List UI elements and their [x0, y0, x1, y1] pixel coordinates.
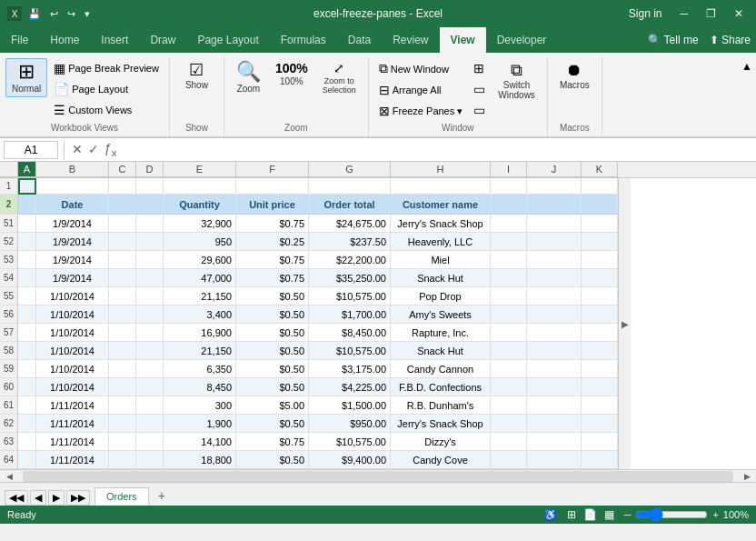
tab-view[interactable]: View	[440, 27, 486, 53]
h-scrollbar-track[interactable]	[23, 471, 733, 482]
tab-home[interactable]: Home	[39, 27, 90, 53]
cell-c56[interactable]	[109, 306, 136, 324]
col-header-k[interactable]: K	[582, 162, 618, 177]
cell-j52[interactable]	[527, 233, 582, 251]
cell-k61[interactable]	[582, 396, 618, 415]
cell-h53[interactable]: Miel	[391, 251, 491, 269]
tab-data[interactable]: Data	[337, 27, 382, 53]
cell-b54[interactable]: 1/9/2014	[36, 269, 109, 287]
tab-draw[interactable]: Draw	[139, 27, 186, 53]
cell-i51[interactable]	[491, 215, 527, 233]
cell-k64[interactable]	[582, 451, 618, 469]
cell-d54[interactable]	[136, 269, 164, 287]
formula-input[interactable]	[123, 144, 752, 156]
cell-k57[interactable]	[582, 324, 618, 342]
cell-e54[interactable]: 47,000	[164, 269, 236, 287]
cell-e62[interactable]: 1,900	[164, 415, 236, 433]
cell-e59[interactable]: 6,350	[164, 360, 236, 378]
zoom-to-selection-btn[interactable]: ⤢ Zoom toSelection	[316, 58, 363, 98]
cell-d59[interactable]	[136, 360, 164, 378]
tab-page-layout[interactable]: Page Layout	[186, 27, 269, 53]
cell-j2[interactable]	[527, 195, 582, 215]
cell-j62[interactable]	[527, 415, 582, 433]
cell-k2[interactable]	[582, 195, 618, 215]
zoom-slider[interactable]	[635, 507, 708, 522]
page-break-preview-btn[interactable]: ▦ Page Break Preview	[49, 58, 164, 78]
confirm-formula-btn[interactable]: ✓	[86, 141, 101, 158]
cell-j58[interactable]	[527, 342, 582, 360]
tell-me-btn[interactable]: 🔍 Tell me	[642, 27, 704, 53]
cell-h62[interactable]: Jerry's Snack Shop	[391, 415, 491, 433]
cell-b56[interactable]: 1/10/2014	[36, 306, 109, 324]
undo-btn[interactable]: ↩	[47, 6, 61, 22]
cell-h55[interactable]: Pop Drop	[391, 287, 491, 306]
cell-h59[interactable]: Candy Cannon	[391, 360, 491, 378]
cell-d62[interactable]	[136, 415, 164, 433]
cell-g64[interactable]: $9,400.00	[309, 451, 391, 469]
cell-e2[interactable]: Quantity	[164, 195, 236, 215]
minimize-btn[interactable]: ─	[674, 5, 693, 22]
first-sheet-btn[interactable]: ◀◀	[5, 490, 28, 506]
restore-btn[interactable]: ❐	[701, 5, 721, 22]
cell-g52[interactable]: $237.50	[309, 233, 391, 251]
cell-b61[interactable]: 1/11/2014	[36, 396, 109, 415]
cell-i55[interactable]	[491, 287, 527, 306]
cell-i58[interactable]	[491, 342, 527, 360]
cell-b52[interactable]: 1/9/2014	[36, 233, 109, 251]
cell-j61[interactable]	[527, 396, 582, 415]
cell-f64[interactable]: $0.50	[236, 451, 309, 469]
prev-sheet-btn[interactable]: ◀	[30, 490, 46, 506]
tab-formulas[interactable]: Formulas	[270, 27, 337, 53]
cell-g53[interactable]: $22,200.00	[309, 251, 391, 269]
cell-b51[interactable]: 1/9/2014	[36, 215, 109, 233]
cell-b55[interactable]: 1/10/2014	[36, 287, 109, 306]
cell-k58[interactable]	[582, 342, 618, 360]
normal-view-btn[interactable]: ⊞ Normal	[5, 58, 47, 97]
cell-i52[interactable]	[491, 233, 527, 251]
cell-j63[interactable]	[527, 433, 582, 451]
cell-h63[interactable]: Dizzy's	[391, 433, 491, 451]
cell-i60[interactable]	[491, 378, 527, 396]
col-header-d[interactable]: D	[136, 162, 164, 177]
cell-j60[interactable]	[527, 378, 582, 396]
horizontal-scroll-bar[interactable]: ◀ ▶	[0, 469, 756, 482]
cell-a63[interactable]	[18, 433, 36, 451]
cell-i61[interactable]	[491, 396, 527, 415]
zoom-btn[interactable]: 🔍 Zoom	[230, 58, 267, 97]
tab-insert[interactable]: Insert	[90, 27, 139, 53]
cell-i59[interactable]	[491, 360, 527, 378]
cell-g56[interactable]: $1,700.00	[309, 306, 391, 324]
cell-g51[interactable]: $24,675.00	[309, 215, 391, 233]
cell-h51[interactable]: Jerry's Snack Shop	[391, 215, 491, 233]
cell-b53[interactable]: 1/9/2014	[36, 251, 109, 269]
cell-d2[interactable]	[136, 195, 164, 215]
cell-e57[interactable]: 16,900	[164, 324, 236, 342]
cell-k56[interactable]	[582, 306, 618, 324]
cell-j59[interactable]	[527, 360, 582, 378]
cell-i1[interactable]	[491, 178, 527, 195]
cell-i63[interactable]	[491, 433, 527, 451]
cell-c58[interactable]	[109, 342, 136, 360]
cell-g62[interactable]: $950.00	[309, 415, 391, 433]
cell-h60[interactable]: F.B.D. Confections	[391, 378, 491, 396]
cell-i54[interactable]	[491, 269, 527, 287]
cell-e58[interactable]: 21,150	[164, 342, 236, 360]
col-header-h[interactable]: H	[391, 162, 491, 177]
cell-h58[interactable]: Snack Hut	[391, 342, 491, 360]
cell-g60[interactable]: $4,225.00	[309, 378, 391, 396]
cell-c51[interactable]	[109, 215, 136, 233]
show-btn[interactable]: ☑ Show	[178, 58, 214, 94]
tab-review[interactable]: Review	[382, 27, 439, 53]
cell-d57[interactable]	[136, 324, 164, 342]
cell-h1[interactable]	[391, 178, 491, 195]
cell-a56[interactable]	[18, 306, 36, 324]
cell-d64[interactable]	[136, 451, 164, 469]
cell-i2[interactable]	[491, 195, 527, 215]
cell-a1[interactable]	[18, 178, 36, 195]
cell-e52[interactable]: 950	[164, 233, 236, 251]
cell-g2[interactable]: Order total	[309, 195, 391, 215]
col-header-g[interactable]: G	[309, 162, 391, 177]
cell-f52[interactable]: $0.25	[236, 233, 309, 251]
cell-a58[interactable]	[18, 342, 36, 360]
cell-f54[interactable]: $0.75	[236, 269, 309, 287]
